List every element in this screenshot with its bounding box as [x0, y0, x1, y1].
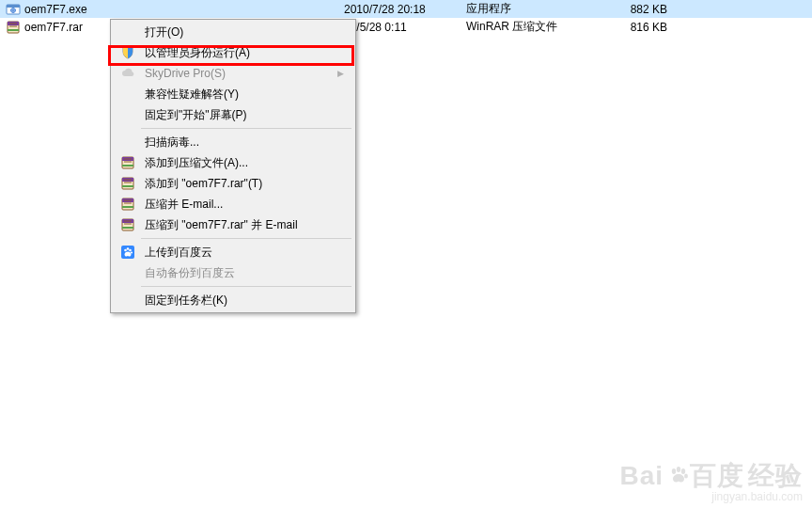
svg-rect-1: [7, 5, 20, 8]
svg-point-21: [129, 249, 132, 252]
file-date: 2010/7/28 20:18: [344, 3, 466, 16]
blank-icon: [117, 23, 139, 41]
menu-item[interactable]: 添加到 "oem7F7.rar"(T): [113, 173, 353, 194]
baidu-icon: [117, 243, 139, 262]
menu-item[interactable]: 添加到压缩文件(A)...: [113, 152, 353, 173]
watermark-brand-du: 百度: [690, 463, 744, 489]
menu-item[interactable]: 固定到"开始"屏幕(P): [113, 104, 353, 125]
menu-separator: [141, 238, 351, 239]
svg-point-23: [672, 468, 676, 474]
rar-icon: [117, 195, 139, 214]
rar-icon: [117, 215, 139, 234]
context-menu: 打开(O)以管理员身份运行(A)SkyDrive Pro(S)▶兼容性疑难解答(…: [110, 19, 356, 313]
watermark-brand-cn: 经验: [748, 463, 803, 489]
svg-rect-11: [122, 185, 133, 187]
file-name: oem7F7.exe: [24, 3, 344, 16]
blank-icon: [117, 133, 139, 151]
menu-item[interactable]: 兼容性疑难解答(Y): [113, 84, 353, 104]
menu-item[interactable]: 以管理员身份运行(A): [113, 42, 353, 63]
menu-item[interactable]: 打开(O): [113, 22, 353, 42]
menu-item-label: 打开(O): [139, 24, 350, 40]
menu-separator: [141, 128, 351, 129]
svg-point-19: [124, 249, 127, 252]
menu-item-label: 压缩到 "oem7F7.rar" 并 E-mail: [139, 217, 350, 233]
file-type: WinRAR 压缩文件: [466, 19, 607, 35]
svg-point-20: [127, 247, 130, 250]
menu-item-label: 固定到"开始"屏幕(P): [139, 107, 350, 123]
paw-icon: [667, 465, 690, 487]
blank-icon: [117, 105, 139, 124]
rar-icon: [117, 174, 139, 193]
svg-rect-8: [122, 165, 133, 167]
rar-icon: [6, 20, 21, 35]
file-type: 应用程序: [466, 1, 607, 17]
menu-item-label: 添加到压缩文件(A)...: [139, 155, 350, 171]
file-size: 882 KB: [607, 3, 673, 16]
submenu-arrow-icon: ▶: [337, 69, 350, 78]
menu-item[interactable]: 上传到百度云: [113, 242, 353, 262]
svg-point-24: [677, 467, 680, 472]
svg-rect-5: [8, 29, 19, 31]
menu-item-label: 添加到 "oem7F7.rar"(T): [139, 176, 350, 192]
blank-icon: [117, 263, 139, 282]
menu-item: 自动备份到百度云: [113, 262, 353, 283]
blank-icon: [117, 85, 139, 103]
menu-item-label: 自动备份到百度云: [139, 265, 350, 281]
watermark-brand-en: Bai: [619, 463, 664, 489]
svg-point-26: [684, 473, 688, 478]
menu-item-label: 上传到百度云: [139, 245, 350, 261]
svg-rect-17: [122, 227, 133, 229]
menu-item: SkyDrive Pro(S)▶: [113, 63, 353, 84]
watermark: Bai 百度 经验 jingyan.baidu.com: [619, 463, 803, 502]
menu-item-label: 固定到任务栏(K): [139, 293, 350, 309]
blank-icon: [117, 291, 139, 310]
file-date: 13/5/28 0:11: [344, 21, 466, 34]
menu-item[interactable]: 压缩到 "oem7F7.rar" 并 E-mail: [113, 214, 353, 235]
watermark-sub: jingyan.baidu.com: [619, 491, 803, 502]
menu-item-label: 压缩并 E-mail...: [139, 197, 350, 213]
svg-point-22: [131, 251, 133, 253]
menu-item-label: SkyDrive Pro(S): [139, 67, 337, 80]
menu-item-label: 以管理员身份运行(A): [139, 45, 350, 61]
file-size: 816 KB: [607, 21, 673, 34]
menu-item[interactable]: 压缩并 E-mail...: [113, 194, 353, 214]
cloud-icon: [117, 64, 139, 83]
shield-icon: [117, 43, 139, 62]
svg-point-25: [681, 468, 685, 474]
menu-item[interactable]: 扫描病毒...: [113, 132, 353, 152]
rar-icon: [117, 153, 139, 172]
svg-rect-14: [122, 206, 133, 208]
file-row[interactable]: oem7F7.exe 2010/7/28 20:18 应用程序 882 KB: [0, 0, 812, 18]
menu-item-label: 兼容性疑难解答(Y): [139, 87, 350, 103]
menu-separator: [141, 286, 351, 287]
exe-icon: [6, 2, 21, 17]
menu-item-label: 扫描病毒...: [139, 135, 350, 151]
menu-item[interactable]: 固定到任务栏(K): [113, 290, 353, 310]
